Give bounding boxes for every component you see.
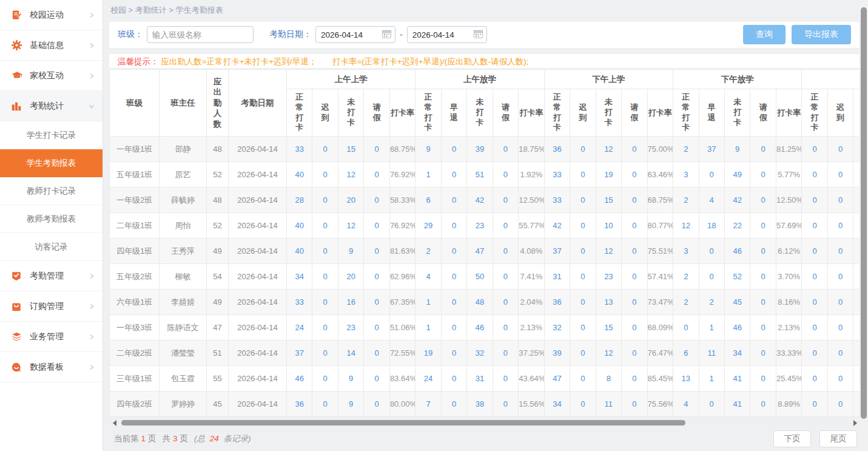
calendar-icon[interactable] (382, 30, 391, 40)
count-cell[interactable]: 0 (493, 162, 518, 188)
count-cell[interactable]: 0 (750, 162, 776, 188)
count-cell[interactable]: 0 (570, 341, 596, 366)
count-cell[interactable]: 0 (622, 341, 647, 366)
count-cell[interactable]: 0 (364, 366, 389, 392)
count-cell[interactable]: 3 (673, 162, 699, 188)
count-cell[interactable]: 2 (673, 188, 699, 213)
count-cell[interactable]: 0 (827, 239, 853, 264)
count-cell[interactable]: 0 (312, 392, 338, 417)
count-cell[interactable]: 2 (673, 264, 699, 290)
count-cell[interactable]: 0 (312, 315, 338, 341)
count-cell[interactable]: 48 (467, 290, 493, 315)
count-cell[interactable]: 0 (570, 162, 596, 188)
sidebar-subitem[interactable]: 教师考勤报表 (0, 205, 103, 233)
count-cell[interactable]: 0 (493, 137, 518, 162)
count-cell[interactable]: 32 (544, 315, 570, 341)
sidebar-item[interactable]: 考勤统计 (0, 91, 103, 121)
count-cell[interactable]: 0 (802, 162, 827, 188)
count-cell[interactable]: 0 (827, 264, 853, 290)
count-cell[interactable]: 23 (338, 315, 363, 341)
count-cell[interactable]: 7 (415, 392, 441, 417)
count-cell[interactable]: 0 (750, 188, 776, 213)
count-cell[interactable]: 0 (699, 264, 724, 290)
calendar-icon[interactable] (474, 30, 483, 40)
count-cell[interactable]: 16 (338, 290, 363, 315)
count-cell[interactable]: 0 (493, 290, 518, 315)
count-cell[interactable]: 0 (364, 392, 389, 417)
count-cell[interactable]: 31 (467, 366, 493, 392)
count-cell[interactable]: 0 (312, 239, 338, 264)
count-cell[interactable]: 0 (827, 392, 853, 417)
vertical-scrollbar[interactable] (860, 0, 868, 451)
count-cell[interactable]: 0 (750, 392, 776, 417)
sidebar-item[interactable]: 考勤管理 (0, 261, 103, 291)
count-cell[interactable]: 0 (441, 213, 466, 239)
count-cell[interactable]: 0 (570, 213, 596, 239)
count-cell[interactable]: 9 (415, 137, 441, 162)
count-cell[interactable]: 0 (827, 188, 853, 213)
count-cell[interactable]: 12 (596, 239, 621, 264)
sidebar-item[interactable]: 业务管理 (0, 322, 103, 352)
count-cell[interactable]: 0 (802, 213, 827, 239)
count-cell[interactable]: 4 (415, 264, 441, 290)
count-cell[interactable]: 10 (596, 213, 621, 239)
count-cell[interactable]: 0 (493, 315, 518, 341)
count-cell[interactable]: 0 (622, 290, 647, 315)
count-cell[interactable]: 47 (467, 239, 493, 264)
count-cell[interactable]: 0 (750, 315, 776, 341)
count-cell[interactable]: 49 (724, 162, 750, 188)
count-cell[interactable]: 12 (596, 341, 621, 366)
sidebar-subitem[interactable]: 教师打卡记录 (0, 177, 103, 205)
horizontal-scrollbar[interactable] (109, 419, 860, 426)
count-cell[interactable]: 0 (699, 239, 724, 264)
count-cell[interactable]: 40 (287, 213, 312, 239)
count-cell[interactable]: 0 (570, 392, 596, 417)
count-cell[interactable]: 0 (441, 264, 466, 290)
count-cell[interactable]: 0 (827, 341, 853, 366)
count-cell[interactable]: 0 (312, 188, 338, 213)
count-cell[interactable]: 0 (493, 239, 518, 264)
count-cell[interactable]: 0 (622, 366, 647, 392)
count-cell[interactable]: 2 (673, 290, 699, 315)
count-cell[interactable]: 0 (312, 137, 338, 162)
count-cell[interactable]: 46 (287, 366, 312, 392)
count-cell[interactable]: 46 (724, 239, 750, 264)
count-cell[interactable]: 0 (493, 213, 518, 239)
sidebar-item[interactable]: 订购管理 (0, 291, 103, 322)
count-cell[interactable]: 1 (415, 162, 441, 188)
horizontal-scrollbar-thumb[interactable] (121, 420, 685, 426)
count-cell[interactable]: 0 (802, 341, 827, 366)
count-cell[interactable]: 47 (544, 366, 570, 392)
count-cell[interactable]: 6 (673, 341, 699, 366)
count-cell[interactable]: 34 (544, 392, 570, 417)
count-cell[interactable]: 0 (802, 366, 827, 392)
count-cell[interactable]: 0 (364, 264, 389, 290)
count-cell[interactable]: 0 (570, 188, 596, 213)
count-cell[interactable]: 12 (673, 213, 699, 239)
count-cell[interactable]: 0 (622, 213, 647, 239)
count-cell[interactable]: 0 (441, 188, 466, 213)
sidebar-item[interactable]: 校园运动 (0, 0, 103, 30)
count-cell[interactable]: 9 (338, 239, 363, 264)
count-cell[interactable]: 42 (724, 188, 750, 213)
count-cell[interactable]: 15 (596, 315, 621, 341)
count-cell[interactable]: 28 (287, 188, 312, 213)
count-cell[interactable]: 8 (596, 366, 621, 392)
count-cell[interactable]: 0 (364, 162, 389, 188)
count-cell[interactable]: 0 (622, 392, 647, 417)
count-cell[interactable]: 0 (827, 213, 853, 239)
count-cell[interactable]: 37 (544, 239, 570, 264)
count-cell[interactable]: 0 (827, 366, 853, 392)
count-cell[interactable]: 0 (441, 315, 466, 341)
count-cell[interactable]: 0 (673, 315, 699, 341)
count-cell[interactable]: 0 (493, 188, 518, 213)
count-cell[interactable]: 19 (596, 162, 621, 188)
count-cell[interactable]: 39 (467, 137, 493, 162)
sidebar-subitem[interactable]: 访客记录 (0, 233, 103, 261)
count-cell[interactable]: 2 (415, 239, 441, 264)
count-cell[interactable]: 0 (493, 366, 518, 392)
count-cell[interactable]: 0 (364, 315, 389, 341)
count-cell[interactable]: 37 (287, 341, 312, 366)
count-cell[interactable]: 0 (699, 392, 724, 417)
count-cell[interactable]: 0 (441, 137, 466, 162)
